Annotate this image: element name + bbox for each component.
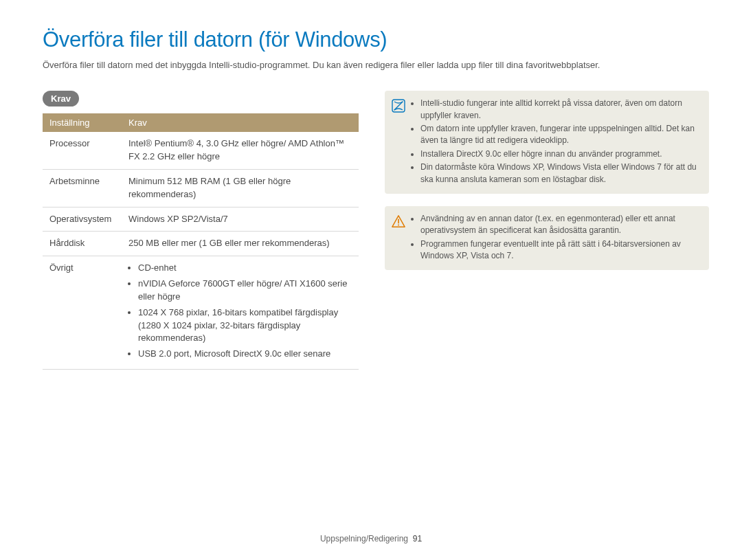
row-label-ram: Arbetsminne: [43, 169, 122, 207]
info-item: Din datormåste köra Windows XP, Windows …: [420, 161, 699, 186]
section-badge-krav: Krav: [43, 91, 79, 107]
page-footer: Uppspelning/Redigering 91: [0, 534, 742, 544]
row-value-processor: Intel® Pentium® 4, 3.0 GHz eller högre/ …: [122, 132, 359, 169]
row-value-hdd: 250 MB eller mer (1 GB eller mer rekomme…: [122, 232, 359, 256]
info-icon: [392, 99, 405, 113]
other-item: CD-enhet: [138, 262, 352, 275]
left-column: Krav Inställning Krav Processor Intel® P…: [43, 91, 359, 370]
table-row: Hårddisk 250 MB eller mer (1 GB eller me…: [43, 232, 359, 256]
row-label-hdd: Hårddisk: [43, 232, 122, 256]
row-label-other: Övrigt: [43, 256, 122, 370]
footer-section: Uppspelning/Redigering: [320, 534, 408, 544]
page-title: Överföra filer till datorn (för Windows): [43, 27, 709, 52]
warn-item: Användning av en annan dator (t.ex. en e…: [420, 213, 699, 237]
row-value-os: Windows XP SP2/Vista/7: [122, 207, 359, 232]
warning-icon: [392, 214, 405, 228]
warn-item: Programmen fungerar eventuellt inte på r…: [420, 238, 699, 262]
info-item: Installera DirectX 9.0c eller högre inna…: [420, 148, 699, 160]
table-header-col2: Krav: [122, 113, 359, 132]
row-label-os: Operativsystem: [43, 207, 122, 232]
requirements-table: Inställning Krav Processor Intel® Pentiu…: [43, 113, 359, 370]
table-row: Operativsystem Windows XP SP2/Vista/7: [43, 207, 359, 232]
row-value-other: CD-enhet nVIDIA Geforce 7600GT eller hög…: [122, 256, 359, 370]
table-row: Arbetsminne Minimum 512 MB RAM (1 GB ell…: [43, 169, 359, 207]
table-row: Processor Intel® Pentium® 4, 3.0 GHz ell…: [43, 132, 359, 169]
footer-page-number: 91: [413, 534, 422, 544]
table-row: Övrigt CD-enhet nVIDIA Geforce 7600GT el…: [43, 256, 359, 370]
row-value-ram: Minimum 512 MB RAM (1 GB eller högre rek…: [122, 169, 359, 207]
intro-text: Överföra filer till datorn med det inbyg…: [43, 59, 709, 71]
info-item: Om datorn inte uppfyller kraven, fungera…: [420, 123, 699, 147]
info-item: Intelli-studio fungerar inte alltid korr…: [420, 98, 699, 122]
svg-point-2: [398, 224, 399, 225]
info-note-box: Intelli-studio fungerar inte alltid korr…: [385, 91, 709, 194]
right-column: Intelli-studio fungerar inte alltid korr…: [385, 91, 709, 282]
other-item: 1024 X 768 pixlar, 16-bitars kompatibel …: [138, 306, 352, 346]
row-label-processor: Processor: [43, 132, 122, 169]
other-item: nVIDIA Geforce 7600GT eller högre/ ATI X…: [138, 278, 352, 304]
table-header-col1: Inställning: [43, 113, 122, 132]
warning-note-box: Användning av en annan dator (t.ex. en e…: [385, 206, 709, 271]
other-item: USB 2.0 port, Microsoft DirectX 9.0c ell…: [138, 348, 352, 361]
